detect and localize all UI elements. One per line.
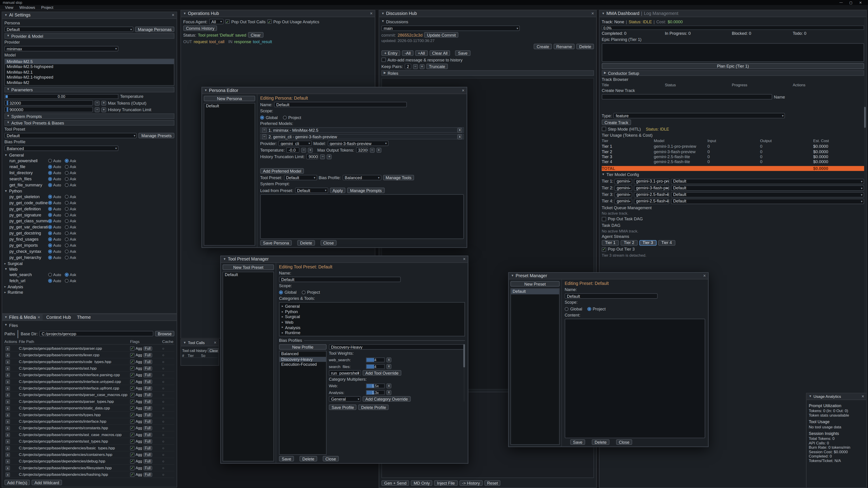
remove-file-button[interactable]: x [5,346,10,351]
save-button[interactable]: Save [570,439,585,445]
full-badge[interactable]: Full [143,466,152,470]
provider-select[interactable]: gemini [614,185,632,191]
remove-file-button[interactable]: x [5,386,10,390]
decrement-button[interactable]: − [370,148,375,153]
remove-button[interactable]: x [386,390,391,395]
agg-checkbox[interactable]: ✓ [130,432,135,437]
close-icon[interactable]: × [172,13,174,18]
create-track-button[interactable]: Create Track [602,120,631,125]
persona-name-input[interactable]: Default [274,102,407,107]
tool-call-flag[interactable]: tool_call [209,39,224,44]
step-mode-checkbox[interactable] [602,127,606,131]
prompt-select[interactable]: Default [671,199,864,204]
remove-file-button[interactable]: x [5,366,10,370]
remove-file-button[interactable]: x [5,439,10,444]
manage-personas-button[interactable]: Manage Personas [135,27,175,32]
tool-ask-option[interactable]: Ask [65,183,81,187]
stream-tab-tier-3[interactable]: Tier 3 [639,240,656,246]
expand-icon[interactable]: ▸ [282,310,283,313]
pop-out-tool-calls-checkbox[interactable]: ✓ [225,20,230,24]
agg-checkbox[interactable]: ✓ [130,446,135,450]
full-badge[interactable]: Full [143,419,152,424]
close-icon[interactable]: × [703,273,706,278]
collapse-icon[interactable]: ▼ [183,12,186,15]
agg-checkbox[interactable]: ✓ [130,366,135,370]
remove-file-button[interactable]: x [5,359,10,364]
category-runtime[interactable]: ▸Runtime [280,330,465,335]
tool-ask-option[interactable]: Ask [65,177,81,181]
agg-checkbox[interactable]: ✓ [130,452,135,457]
collapse-icon[interactable]: ▼ [602,173,604,176]
increment-button[interactable]: + [420,64,425,69]
menu-view[interactable]: View [5,5,13,9]
toolbar-button[interactable]: Gen + Send [381,480,409,486]
history-limit-input[interactable]: 900000 [306,154,318,159]
remove-button[interactable]: x [386,364,391,369]
stream-tab-tier-2[interactable]: Tier 2 [620,240,638,246]
persona-select[interactable]: Default [4,27,133,32]
tool-ask-option[interactable]: Ask [65,231,81,235]
category-analysis[interactable]: ▸Analysis [280,325,465,330]
tool-auto-option[interactable]: Auto [48,243,65,248]
model-option[interactable]: MiniMax-M2.1 [5,70,174,75]
system-prompts-section[interactable]: ▼ System Prompts [4,113,175,119]
apply-button[interactable]: Apply [330,188,346,193]
provider-select[interactable]: gemini_cli [278,140,312,146]
browse-button[interactable]: Browse [155,331,175,336]
remove-button[interactable]: x [457,134,462,139]
close-button[interactable]: Close [616,439,632,445]
collapse-icon[interactable]: ▼ [4,316,7,319]
full-badge[interactable]: Full [143,459,152,463]
close-icon[interactable]: × [214,340,216,345]
tool-preset-select[interactable]: Default [284,175,317,180]
agg-checkbox[interactable]: ✓ [130,459,135,463]
prompt-preset-select[interactable]: Default [295,188,328,193]
delete-persona-button[interactable]: Delete [297,240,315,246]
tool-ask-option[interactable]: Ask [65,171,81,175]
full-badge[interactable]: Full [143,366,152,370]
temperature-slider[interactable]: 0.00 [4,94,119,99]
collapse-icon[interactable]: ▼ [4,324,7,327]
tool-auto-option[interactable]: Auto [48,171,65,175]
tool-calls-header[interactable]: ▼ Tool Calls × [181,340,219,346]
tool-ask-option[interactable]: Ask [65,250,81,253]
provider-select[interactable]: gemini [614,199,632,204]
model-option[interactable]: MiniMax-M2.5 [5,59,174,64]
remove-file-button[interactable]: x [5,426,10,430]
close-icon[interactable]: × [370,11,373,16]
tool-group-surgical[interactable]: ▸Surgical [4,261,175,266]
tool-preset-item[interactable]: Default [223,272,274,278]
collapse-icon[interactable]: ▼ [511,274,514,277]
request-flag[interactable]: request [194,39,208,44]
plus-all-button[interactable]: +All [415,51,428,56]
prompt-select[interactable]: Default [671,192,864,197]
menu-windows[interactable]: Windows [20,5,35,9]
remove-file-button[interactable]: x [5,472,10,477]
active-presets-section[interactable]: ▼ Active Tool Presets & Biases [4,120,175,125]
tool-auto-option[interactable]: Auto [48,231,65,235]
discussion-select[interactable]: main [381,26,520,31]
full-badge[interactable]: Full [143,426,152,430]
truncate-button[interactable]: Truncate [426,64,448,69]
reorder-button[interactable]: − [262,127,267,132]
tool-auto-option[interactable]: Auto [48,250,65,253]
category-override-select[interactable]: General [329,396,361,401]
tool-ask-option[interactable]: Ask [65,207,81,211]
weight-slider[interactable]: 4 [366,357,385,362]
agg-checkbox[interactable]: ✓ [130,466,135,470]
remove-file-button[interactable]: x [5,399,10,404]
close-button[interactable]: Close [322,456,339,461]
global-radio[interactable] [279,290,283,294]
close-button[interactable]: Close [320,240,337,246]
decrement-button[interactable]: − [301,148,306,153]
remove-file-button[interactable]: x [5,446,10,450]
add-entry-button[interactable]: + Entry [381,51,400,56]
provider-select[interactable]: gemini [614,179,632,184]
discussion-hub-header[interactable]: ▼ Discussion Hub × [379,11,596,17]
epic-planning-textarea[interactable] [602,43,864,62]
increment-button[interactable]: + [376,148,381,153]
tab-files-media[interactable]: ▼ Files & Media × [2,314,42,320]
scrollbar[interactable] [463,344,465,402]
full-badge[interactable]: Full [143,399,152,404]
roles-section[interactable]: ▶ Roles [381,70,594,76]
